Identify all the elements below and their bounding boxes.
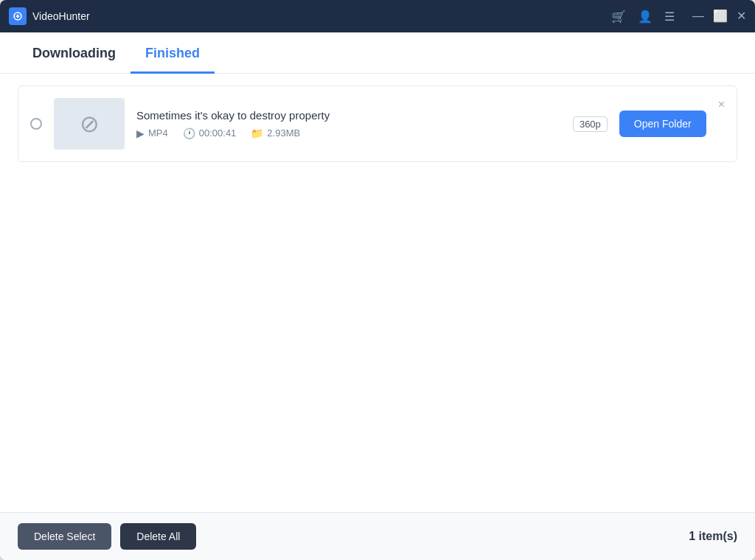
item-checkbox[interactable] [30,118,42,130]
tabs: Downloading Finished [18,32,737,73]
tabs-container: Downloading Finished [0,32,755,74]
app-title: VideoHunter [32,10,90,22]
close-button[interactable]: ✕ [737,10,746,22]
item-meta: ▶ MP4 🕐 00:00:41 📁 2.93MB [136,127,561,139]
maximize-button[interactable]: ⬜ [713,10,728,22]
filesize-meta: 📁 2.93MB [251,127,300,139]
play-icon: ▶ [136,127,145,139]
content-area: ⊘ Sometimes it's okay to destroy propert… [0,74,755,512]
quality-badge: 360p [573,116,608,132]
item-filesize: 2.93MB [267,127,300,139]
folder-icon: 📁 [251,127,263,139]
delete-select-button[interactable]: Delete Select [18,523,111,550]
item-duration: 00:00:41 [199,127,237,139]
app-window: VideoHunter 🛒 👤 ☰ — ⬜ ✕ Downloading Fini… [0,0,755,560]
menu-icon[interactable]: ☰ [664,10,675,24]
title-bar-controls: 🛒 👤 ☰ — ⬜ ✕ [611,10,746,24]
format-meta: ▶ MP4 [136,127,168,139]
item-info: Sometimes it's okay to destroy property … [136,109,561,139]
item-title: Sometimes it's okay to destroy property [136,109,561,122]
item-close-button[interactable]: × [718,98,725,111]
minimize-button[interactable]: — [692,10,704,22]
item-count: 1 item(s) [689,530,737,543]
footer: Delete Select Delete All 1 item(s) [0,512,755,560]
duration-meta: 🕐 00:00:41 [183,127,237,139]
tab-downloading[interactable]: Downloading [18,32,131,74]
window-controls: — ⬜ ✕ [692,10,746,22]
open-folder-button[interactable]: Open Folder [619,111,706,137]
cart-icon[interactable]: 🛒 [611,10,626,24]
app-logo [9,7,27,25]
download-item: ⊘ Sometimes it's okay to destroy propert… [18,85,737,162]
clock-icon: 🕐 [183,127,195,139]
main-content: Downloading Finished ⊘ Sometimes it's ok… [0,32,755,560]
delete-all-button[interactable]: Delete All [120,523,196,550]
tab-finished[interactable]: Finished [131,32,215,74]
title-bar-left: VideoHunter [9,7,611,25]
account-icon[interactable]: 👤 [638,10,653,24]
item-thumbnail: ⊘ [54,98,125,150]
item-format: MP4 [148,127,168,139]
no-thumb-icon: ⊘ [80,110,100,138]
title-bar: VideoHunter 🛒 👤 ☰ — ⬜ ✕ [0,0,755,32]
